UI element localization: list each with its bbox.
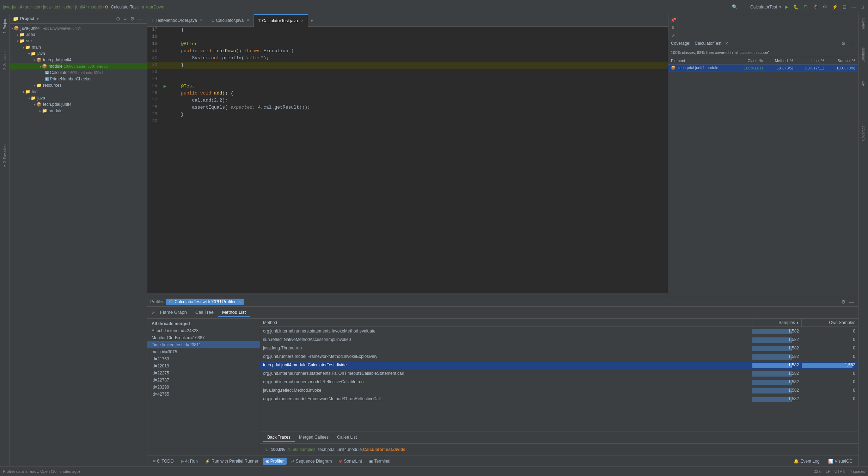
tab-flame-graph[interactable]: Flame Graph bbox=[156, 308, 191, 317]
profiler-tool-button[interactable]: ◉ Profiler bbox=[263, 458, 287, 465]
project-dropdown-arrow[interactable]: ▾ bbox=[37, 16, 39, 21]
thread-21763[interactable]: id=21763 bbox=[147, 355, 260, 362]
coverage-hide-btn[interactable]: — bbox=[848, 40, 855, 47]
more-button[interactable]: ⚡ bbox=[831, 4, 839, 10]
right-icon-coverage[interactable]: Coverage bbox=[861, 124, 866, 142]
right-icon-maven[interactable]: Maven bbox=[861, 17, 866, 30]
sequence-diagram-button[interactable]: ⇌ Sequence Diagram bbox=[288, 458, 335, 465]
subtab-callee-list[interactable]: Callee List bbox=[333, 433, 361, 442]
tree-test[interactable]: ▾ 📁 test bbox=[10, 89, 147, 95]
tree-package[interactable]: ▾ 📦 tech.pdai.junit4 bbox=[10, 57, 147, 63]
thread-timelimited[interactable]: Time-limited test id=23811 bbox=[147, 341, 260, 348]
coverage-export-button[interactable]: ↗ bbox=[668, 32, 678, 39]
coverage-button[interactable]: 🛡 bbox=[802, 4, 810, 10]
settings-project-button[interactable]: ⚙ bbox=[129, 16, 136, 22]
profiler-settings-btn[interactable]: ⚙ bbox=[840, 299, 847, 305]
restore-button[interactable]: □ bbox=[860, 4, 865, 10]
run-gutter-25[interactable]: ▶ bbox=[161, 83, 169, 89]
coverage-pin-button[interactable]: 📌 bbox=[668, 17, 678, 23]
bc-active-file[interactable]: CalculatorTest bbox=[111, 5, 137, 10]
tree-root[interactable]: ▾ 📦 java-junit4 ~/pdai/www/java-junit4 bbox=[10, 25, 147, 31]
method-row-3[interactable]: org.junit.runners.model.FrameworkMethod.… bbox=[260, 352, 858, 361]
thread-23299[interactable]: id=23299 bbox=[147, 384, 260, 391]
profiler-export-icon[interactable]: ↗ bbox=[150, 309, 156, 316]
subtab-back-traces[interactable]: Back Traces bbox=[263, 433, 295, 442]
run-button[interactable]: ▶ bbox=[783, 4, 790, 10]
bc-test[interactable]: test bbox=[33, 5, 40, 10]
tab-call-tree[interactable]: Call Tree bbox=[191, 308, 218, 317]
bc-pdai[interactable]: pdai bbox=[65, 5, 73, 10]
locate-button[interactable]: ⊕ bbox=[115, 16, 121, 22]
method-row-4[interactable]: tech.pdai.junit4.module.CalculatorTest.d… bbox=[260, 361, 858, 369]
thread-22019[interactable]: id=22019 bbox=[147, 362, 260, 370]
parallel-runner-button[interactable]: ⚡ Run with Parallel Runner bbox=[202, 458, 261, 465]
project-scrollbar[interactable] bbox=[10, 463, 147, 466]
tab-calculator[interactable]: C Calculator.java ✕ bbox=[207, 14, 254, 27]
method-row-0[interactable]: org.junit.internal.runners.statements.In… bbox=[260, 327, 858, 335]
bc-src[interactable]: src bbox=[25, 5, 31, 10]
method-row-7[interactable]: java.lang.reflect.Method.invoke 1,582 0 bbox=[260, 386, 858, 395]
method-row-2[interactable]: java.lang.Thread.run 1,582 0 bbox=[260, 344, 858, 352]
tab-close-0[interactable]: ✕ bbox=[200, 18, 203, 22]
tree-primenumber[interactable]: C PrimeNumberChecker bbox=[10, 76, 147, 82]
tree-main-java[interactable]: ▾ 📁 java bbox=[10, 50, 147, 57]
tab-close-1[interactable]: ✕ bbox=[246, 18, 249, 22]
thread-all[interactable]: All threads merged bbox=[147, 320, 260, 327]
maximize-button[interactable]: ⊡ bbox=[841, 4, 848, 10]
thread-attach[interactable]: Attach Listener id=24323 bbox=[147, 327, 260, 334]
debug-button[interactable]: 🐛 bbox=[792, 4, 800, 10]
tree-idea[interactable]: ▸ 📁 .idea bbox=[10, 31, 147, 38]
tab-method-list[interactable]: Method List bbox=[218, 308, 250, 317]
sidebar-icon-project[interactable]: 1: Project bbox=[2, 17, 7, 35]
right-icon-ant[interactable]: Ant bbox=[861, 79, 866, 87]
collapse-button[interactable]: ≡ bbox=[123, 16, 128, 22]
tab-calculatortest[interactable]: T CalculatorTest.java ✕ bbox=[254, 14, 308, 27]
minimize-window-button[interactable]: — bbox=[850, 4, 857, 10]
method-row-6[interactable]: org.junit.internal.runners.model.Reflect… bbox=[260, 378, 858, 386]
event-log-button[interactable]: 🔔 Event Log bbox=[791, 458, 822, 465]
sidebar-icon-favorites[interactable]: ★ 2: Favorites bbox=[2, 143, 7, 169]
coverage-settings-btn[interactable]: ⚙ bbox=[840, 40, 847, 47]
editor-scrollbar-h[interactable] bbox=[147, 293, 668, 297]
bc-project[interactable]: java-junit4 bbox=[3, 5, 22, 10]
sidebar-icon-structure[interactable]: 2: Structure bbox=[2, 50, 7, 71]
tab-dropdown-button[interactable]: ▾ bbox=[310, 17, 314, 24]
thread-monitor[interactable]: Monitor Ctrl-Break id=16387 bbox=[147, 334, 260, 341]
thread-42755[interactable]: id=42755 bbox=[147, 391, 260, 398]
todo-button[interactable]: ≡ 6: TODO bbox=[150, 458, 177, 465]
tree-test-java[interactable]: ▾ 📁 java bbox=[10, 95, 147, 101]
code-editor[interactable]: 17 } 18 19 @After bbox=[147, 27, 668, 293]
method-row-1[interactable]: sun.reflect.NativeMethodAccessorImpl.inv… bbox=[260, 335, 858, 344]
subtab-merged-callees[interactable]: Merged Callees bbox=[295, 433, 333, 442]
bc-module[interactable]: module bbox=[88, 5, 102, 10]
method-row-5[interactable]: org.junit.internal.runners.statements.Fa… bbox=[260, 369, 858, 378]
sonarlint-button[interactable]: ⊘ SonarLint bbox=[336, 458, 365, 465]
tree-main[interactable]: ▾ 📁 main bbox=[10, 44, 147, 50]
coverage-row-0[interactable]: 📦 tech.pdai.junit4.module 100% (1/1) 60%… bbox=[668, 65, 858, 72]
tab-close-2[interactable]: ✕ bbox=[301, 19, 304, 23]
thread-22275[interactable]: id=22275 bbox=[147, 370, 260, 377]
tree-resources[interactable]: ▸ 📁 resources bbox=[10, 82, 147, 89]
run-tool-button[interactable]: ▶ 4: Run bbox=[178, 458, 201, 465]
profiler-active-tab[interactable]: ⏱ CalculatorTest with 'CPU Profiler' ✕ bbox=[166, 299, 244, 305]
tree-test-pkg[interactable]: ▾ 📦 tech.pdai.junit4 bbox=[10, 101, 147, 108]
search-button[interactable]: 🔍 bbox=[731, 4, 739, 10]
coverage-down-button[interactable]: ⬇ bbox=[668, 25, 678, 31]
hide-project-button[interactable]: — bbox=[137, 16, 144, 22]
bc-tech[interactable]: tech bbox=[54, 5, 62, 10]
right-icon-database[interactable]: Database bbox=[861, 46, 866, 64]
tree-calculator[interactable]: C Calculator 60% methods, 63% li... bbox=[10, 69, 147, 76]
profile-button[interactable]: ⏱ bbox=[812, 4, 819, 10]
settings-button[interactable]: ⚙ bbox=[821, 4, 829, 10]
terminal-button[interactable]: ▣ Terminal bbox=[366, 458, 393, 465]
bc-java[interactable]: java bbox=[43, 5, 51, 10]
tree-test-module[interactable]: ▸ 📁 module bbox=[10, 108, 147, 114]
tree-module[interactable]: ▾ 📦 module 100% classes, 63% lines co... bbox=[10, 63, 147, 69]
method-row-8[interactable]: org.junit.runners.model.FrameworkMethod$… bbox=[260, 395, 858, 403]
profiler-hide-btn[interactable]: — bbox=[848, 299, 855, 305]
visualgc-button[interactable]: 📊 VisualGC bbox=[825, 458, 855, 465]
coverage-close-btn[interactable]: ✕ bbox=[725, 41, 728, 46]
samples-sort-icon[interactable]: ▾ bbox=[796, 320, 799, 325]
bc-junit4[interactable]: junit4 bbox=[75, 5, 85, 10]
tree-src[interactable]: ▾ 📁 src bbox=[10, 38, 147, 44]
